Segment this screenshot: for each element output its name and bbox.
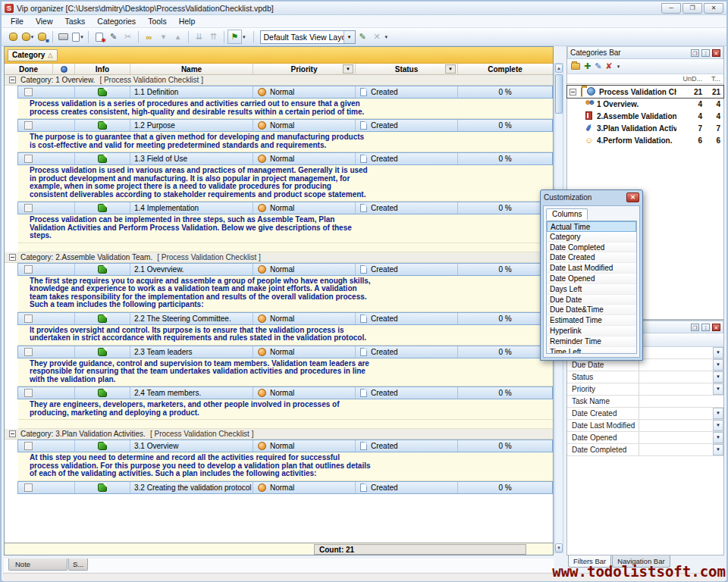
done-checkbox[interactable] [24,483,33,492]
delete-task-button[interactable]: ✂ [121,30,135,44]
filter-value-field[interactable] [639,444,713,455]
save-database-button[interactable]: ■ [35,30,49,44]
filter-value-field[interactable] [639,347,713,358]
panel-pin-icon[interactable]: ⌶ [701,49,710,57]
combo-dropdown-button[interactable]: ▾ [344,31,355,43]
panel-restore-icon[interactable]: ❐ [691,49,699,57]
move-down-button[interactable]: ▾ [156,30,171,44]
customization-column-item[interactable]: Date Completed [547,242,636,253]
print-preview-button[interactable]: ▾ [71,30,85,44]
filter-dropdown-button[interactable]: ▼ [713,371,723,383]
filter-value-field[interactable] [639,383,713,395]
tree-item-row[interactable]: 1 Overview.44 [567,98,723,110]
filter-value-field[interactable] [639,432,713,443]
minimize-button[interactable]: ─ [661,3,681,14]
task-row[interactable]: 2.1 Ovevrview.NormalCreated0 % [5,263,553,276]
group-row[interactable]: Category: 3.Plan Validation Activities.[… [5,429,553,440]
customization-title-bar[interactable]: Customization ✕ [541,190,642,204]
tree-col-total[interactable]: T... [702,75,723,83]
flag-button[interactable]: ⚑ [228,30,242,44]
open-database-button[interactable]: ▾ [20,30,35,44]
customization-column-item[interactable]: Due Date [547,295,636,305]
filter-value-field[interactable] [639,408,713,419]
customization-column-item[interactable]: Days Left [547,284,636,295]
filter-value-field[interactable] [639,371,713,383]
filter-dropdown-button[interactable]: ▼ [713,432,723,443]
collapse-icon[interactable] [9,77,16,83]
done-checkbox[interactable] [24,442,33,450]
task-row[interactable]: 1.4 ImplementationNormalCreated0 % [5,202,553,214]
task-row[interactable]: 1.1 DefinitionNormalCreated0 % [5,86,553,99]
delete-layout-button[interactable]: ✕ [370,30,384,44]
customization-column-item[interactable]: Actual Time [547,221,636,232]
task-row[interactable]: 1.3 Field of UseNormalCreated0 % [5,152,553,165]
column-header-done[interactable]: Done [5,64,53,74]
print-button[interactable] [56,30,71,44]
collapse-icon[interactable] [9,254,16,261]
done-checkbox[interactable] [24,314,33,323]
customization-close-button[interactable]: ✕ [626,192,639,202]
edit-task-button[interactable]: ✎ [106,30,121,44]
done-checkbox[interactable] [24,348,33,356]
customization-column-item[interactable]: Date Created [547,252,636,263]
column-header-info[interactable]: Info [75,64,130,74]
new-category-icon[interactable] [571,63,580,70]
tab-note[interactable]: Note [8,559,67,571]
tree-root-row[interactable]: Process Validation Checklist2121 [567,86,723,98]
filter-dropdown-button[interactable]: ▼ [713,347,723,358]
filter-value-field[interactable] [639,420,713,431]
group-row[interactable]: Category: 2.Assemble Validation Team.[ P… [5,252,553,263]
new-task-button[interactable]: ✱ [92,30,106,44]
task-row[interactable]: 2.4 Team members.NormalCreated0 % [5,386,553,399]
close-button[interactable]: ✕ [704,3,723,14]
column-header-priority-icon[interactable] [53,64,75,74]
new-database-button[interactable] [6,30,20,44]
done-checkbox[interactable] [24,88,33,96]
view-tasks-button[interactable]: ∞ [142,30,156,44]
scrollbar-thumb[interactable] [555,74,563,114]
menu-tools[interactable]: Tools [142,16,173,27]
group-by-category-chip[interactable]: Category △ [8,49,58,61]
menu-help[interactable]: Help [173,16,202,27]
scroll-down-button[interactable]: ▼ [555,543,563,552]
delete-category-icon[interactable]: ✘ [605,61,612,71]
customization-column-item[interactable]: Hyperlink [547,326,636,336]
panel-pin-icon[interactable]: ⌶ [701,324,710,331]
done-checkbox[interactable] [24,155,33,163]
done-checkbox[interactable] [24,204,33,212]
layout-combo[interactable]: Default Task View Layout ▾ [260,30,356,44]
customization-column-item[interactable]: Reminder Time [547,336,636,347]
done-checkbox[interactable] [24,265,33,274]
customization-columns-tab[interactable]: Columns [546,208,588,220]
panel-restore-icon[interactable]: ❐ [691,324,699,331]
column-header-name[interactable]: Name [130,64,253,74]
edit-layout-button[interactable]: ✎ [356,30,370,44]
done-checkbox[interactable] [24,389,33,397]
menu-tasks[interactable]: Tasks [59,16,92,27]
task-row[interactable]: 1.2 PurposeNormalCreated0 % [5,119,553,132]
edit-category-icon[interactable]: ✎ [595,61,601,71]
filter-dropdown-button[interactable]: ▼ [713,359,723,371]
customization-column-item[interactable]: Due Date&Time [547,305,636,315]
move-up-button[interactable]: ▴ [171,30,185,44]
move-top-button[interactable]: ⇈ [206,30,221,44]
customization-column-item[interactable]: Estimated Time [547,315,636,326]
filter-value-field[interactable] [639,396,723,407]
filter-dropdown-button[interactable]: ▼ [713,383,723,395]
panel-close-icon[interactable]: ✕ [712,49,720,57]
done-checkbox[interactable] [24,121,33,130]
menu-categories[interactable]: Categories [91,16,142,27]
filter-dropdown-button[interactable]: ▼ [713,444,723,455]
collapse-icon[interactable] [570,89,576,95]
task-row[interactable]: 3.1 OverviewNormalCreated0 % [5,440,553,452]
new-subcategory-icon[interactable]: ✚ [584,61,591,71]
group-row[interactable]: Category: 1 Overview.[ Process Validatio… [5,75,553,86]
customization-column-item[interactable]: Date Last Modified [547,263,636,274]
filter-dropdown-button[interactable]: ▼ [713,420,723,431]
task-row[interactable]: 3.2 Creating the validation protocolNorm… [5,481,553,494]
column-header-complete[interactable]: Complete [458,64,552,74]
scroll-up-button[interactable]: ▲ [555,64,563,73]
filter-value-field[interactable] [639,359,713,371]
task-row[interactable]: 2.2 The Steering Committee.NormalCreated… [5,312,553,325]
column-header-priority[interactable]: Priority▼ [253,64,356,74]
